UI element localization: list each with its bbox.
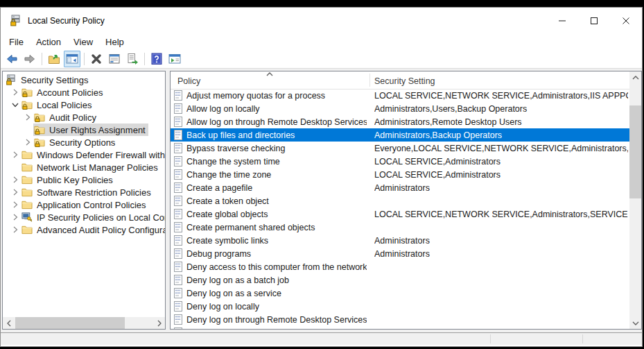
list-vertical-scrollbar[interactable] xyxy=(629,71,641,329)
chevron-right-icon[interactable] xyxy=(22,137,33,148)
setting-cell: LOCAL SERVICE,NETWORK SERVICE,Administra… xyxy=(374,91,628,101)
list-row[interactable]: Change the time zoneLOCAL SERVICE,Admini… xyxy=(171,168,629,181)
tree-item-label: Security Settings xyxy=(21,75,89,85)
minimize-button[interactable] xyxy=(546,8,578,33)
setting-cell: LOCAL SERVICE,Administrators xyxy=(374,170,628,180)
folder-lock-icon xyxy=(34,137,45,148)
chevron-down-icon[interactable] xyxy=(10,99,21,110)
chevron-right-icon[interactable] xyxy=(10,187,21,198)
policy-cell: Change the system time xyxy=(186,157,367,167)
tree-item-audit-policy[interactable]: Audit Policy xyxy=(3,111,165,124)
list-row[interactable]: Create a token object xyxy=(171,194,629,207)
policy-cell: Debug programs xyxy=(186,249,367,259)
chevron-right-icon[interactable] xyxy=(10,212,21,223)
tree-item-user-rights-assignment[interactable]: User Rights Assignment xyxy=(3,124,165,136)
tree-item-local-policies[interactable]: Local Policies xyxy=(3,99,165,111)
menu-action[interactable]: Action xyxy=(30,35,67,49)
maximize-button[interactable] xyxy=(578,8,610,33)
list-row[interactable]: Create global objectsLOCAL SERVICE,NETWO… xyxy=(171,207,629,221)
back-button[interactable] xyxy=(3,51,20,67)
tree-item-label: Public Key Policies xyxy=(37,175,113,185)
scroll-right-arrow[interactable] xyxy=(153,317,165,329)
help-button[interactable] xyxy=(148,51,165,67)
export-button[interactable] xyxy=(46,51,62,67)
back-icon xyxy=(6,53,18,65)
tree-item-account-policies[interactable]: Account Policies xyxy=(3,86,165,99)
list-row[interactable]: Change the system timeLOCAL SERVICE,Admi… xyxy=(171,155,629,168)
tree-item-network-list-manager-policies[interactable]: Network List Manager Policies xyxy=(3,161,165,173)
vertical-scroll-thumb[interactable] xyxy=(629,105,641,198)
column-header-policy[interactable]: Policy xyxy=(177,76,200,86)
menu-file[interactable]: File xyxy=(3,35,30,49)
list-row-partial[interactable] xyxy=(171,326,629,329)
chevron-right-icon[interactable] xyxy=(22,112,33,123)
title-bar[interactable]: Local Security Policy xyxy=(1,8,642,33)
horizontal-scroll-thumb[interactable] xyxy=(15,317,125,329)
folder-lock-icon xyxy=(34,112,45,123)
export-list-icon xyxy=(126,53,139,65)
column-divider[interactable] xyxy=(369,74,370,87)
delete-button[interactable] xyxy=(88,51,105,67)
list-row[interactable]: Deny access to this computer from the ne… xyxy=(171,260,629,273)
scroll-left-arrow[interactable] xyxy=(3,317,15,329)
tree-item-application-control-policies[interactable]: Application Control Policies xyxy=(3,198,165,211)
scroll-down-arrow[interactable] xyxy=(629,317,641,329)
tree-item-security-settings[interactable]: Security Settings xyxy=(3,74,165,86)
list-row[interactable]: Deny log on as a service xyxy=(171,287,629,300)
policy-icon xyxy=(174,130,183,140)
chevron-right-icon[interactable] xyxy=(10,199,21,210)
list-row[interactable]: Create symbolic linksAdministrators xyxy=(171,234,629,247)
minimize-icon xyxy=(559,17,566,24)
list-row[interactable]: Create a pagefileAdministrators xyxy=(171,181,629,194)
setting-cell: Administrators xyxy=(374,249,628,259)
list-row[interactable]: Bypass traverse checkingEveryone,LOCAL S… xyxy=(171,142,629,155)
tree-item-label: Audit Policy xyxy=(49,112,96,123)
close-button[interactable] xyxy=(610,8,642,33)
tree-item-label: Software Restriction Policies xyxy=(37,187,151,198)
show-hide-console-tree-button[interactable] xyxy=(64,51,80,67)
list-row[interactable]: Debug programsAdministrators xyxy=(171,247,629,260)
chevron-right-icon[interactable] xyxy=(10,174,21,185)
content-area: Security Settings Account Policies Local… xyxy=(1,69,642,332)
tree-horizontal-scrollbar[interactable] xyxy=(3,317,165,329)
list-row-selected[interactable]: Back up files and directoriesAdministrat… xyxy=(171,128,629,142)
chevron-right-icon[interactable] xyxy=(10,149,21,160)
setting-cell: Administrators xyxy=(374,183,628,193)
list-row[interactable]: Adjust memory quotas for a processLOCAL … xyxy=(171,89,629,102)
tree-item-security-options[interactable]: Security Options xyxy=(3,136,165,148)
menu-help[interactable]: Help xyxy=(99,35,130,49)
properties-button[interactable] xyxy=(106,51,123,67)
list-row[interactable]: Allow log on locallyAdministrators,Users… xyxy=(171,102,629,115)
list-row[interactable]: Create permanent shared objects xyxy=(171,221,629,234)
forward-button[interactable] xyxy=(21,51,38,67)
local-security-policy-window: Local Security Policy File Action View H… xyxy=(0,7,643,347)
export-list-button[interactable] xyxy=(124,51,141,67)
policy-cell: Deny log on locally xyxy=(186,302,367,312)
tree-item-public-key-policies[interactable]: Public Key Policies xyxy=(3,173,165,186)
new-window-button[interactable] xyxy=(166,51,183,67)
tree-item-advanced-audit-policy[interactable]: Advanced Audit Policy Configuration xyxy=(3,223,165,236)
list-header: Policy Security Setting xyxy=(171,71,629,90)
policy-cell: Change the time zone xyxy=(186,170,367,180)
export-folder-icon xyxy=(48,53,60,65)
list-row[interactable]: Deny log on locally xyxy=(171,300,629,313)
scroll-up-arrow[interactable] xyxy=(629,71,641,83)
menu-view[interactable]: View xyxy=(67,35,99,49)
list-row[interactable]: Allow log on through Remote Desktop Serv… xyxy=(171,115,629,128)
column-header-security-setting[interactable]: Security Setting xyxy=(374,76,435,86)
chevron-right-icon[interactable] xyxy=(10,224,21,235)
tree-item-software-restriction-policies[interactable]: Software Restriction Policies xyxy=(3,186,165,198)
folder-lock-icon xyxy=(34,124,45,135)
toolbar xyxy=(1,50,642,69)
setting-cell: Everyone,LOCAL SERVICE,NETWORK SERVICE,A… xyxy=(374,144,628,153)
tree-item-label: User Rights Assignment xyxy=(49,125,146,135)
tree-item-ip-security-policies[interactable]: IP Security Policies on Local Compute xyxy=(3,211,165,223)
policy-icon xyxy=(174,275,183,285)
list-row[interactable]: Deny log on as a batch job xyxy=(171,273,629,287)
sort-ascending-icon xyxy=(266,72,273,76)
chevron-right-icon[interactable] xyxy=(10,87,21,98)
folder-icon xyxy=(21,149,33,160)
tree-item-windows-defender-firewall[interactable]: Windows Defender Firewall with Adva xyxy=(3,148,165,161)
list-row[interactable]: Deny log on through Remote Desktop Servi… xyxy=(171,313,629,326)
folder-lock-icon xyxy=(21,99,33,110)
